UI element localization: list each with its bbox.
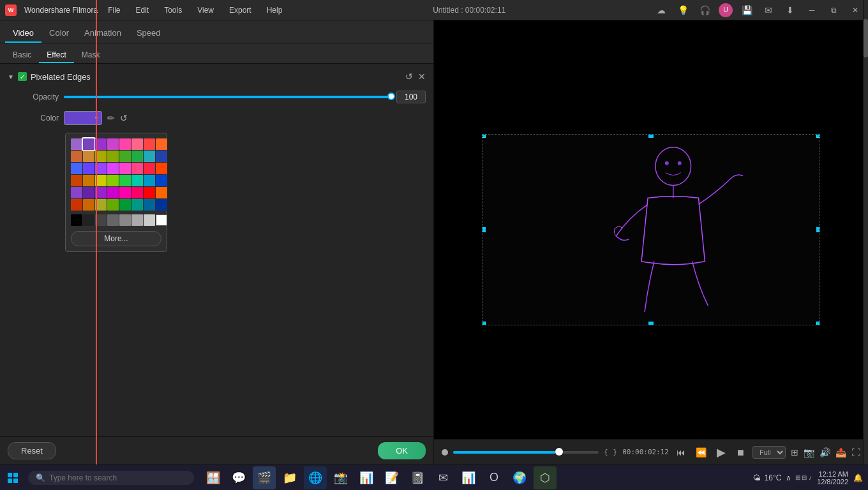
- grayscale-cell[interactable]: [71, 214, 82, 226]
- effect-reset-button[interactable]: ↺: [405, 71, 413, 82]
- handle-bl[interactable]: [482, 322, 486, 325]
- palette-cell[interactable]: [107, 151, 119, 162]
- effect-close-button[interactable]: ✕: [418, 71, 426, 82]
- palette-cell[interactable]: [83, 151, 94, 162]
- palette-cell[interactable]: [156, 138, 167, 150]
- taskbar-icon-excel[interactable]: 📊: [355, 466, 378, 489]
- effect-enabled-checkbox[interactable]: ✓: [18, 72, 27, 81]
- palette-cell[interactable]: [144, 163, 155, 174]
- handle-tl[interactable]: [482, 134, 486, 138]
- avatar-icon[interactable]: U: [719, 3, 733, 17]
- subtab-basic[interactable]: Basic: [5, 48, 39, 63]
- quality-select[interactable]: Full 1/2 1/4: [752, 446, 786, 459]
- handle-mr[interactable]: [816, 227, 820, 232]
- preview-timeline-thumb[interactable]: [442, 449, 448, 456]
- skip-back-button[interactable]: ⏮: [674, 446, 688, 459]
- palette-cell[interactable]: [144, 199, 155, 211]
- close-button[interactable]: ✕: [848, 3, 863, 18]
- step-back-button[interactable]: ⏪: [693, 446, 709, 459]
- bracket-in[interactable]: {: [604, 448, 608, 456]
- palette-cell-selected[interactable]: [83, 138, 94, 150]
- taskbar-icon-explorer[interactable]: 📁: [278, 466, 301, 489]
- handle-tm[interactable]: [648, 134, 654, 138]
- restore-button[interactable]: ⧉: [826, 3, 841, 18]
- palette-cell[interactable]: [107, 138, 119, 150]
- palette-cell[interactable]: [131, 163, 143, 174]
- tab-color[interactable]: Color: [41, 24, 77, 43]
- palette-cell[interactable]: [119, 175, 131, 186]
- tab-video[interactable]: Video: [5, 24, 41, 43]
- stop-button[interactable]: ⏹: [733, 446, 747, 459]
- palette-cell[interactable]: [107, 199, 119, 211]
- grayscale-cell[interactable]: [144, 214, 155, 226]
- grayscale-cell[interactable]: [119, 214, 131, 226]
- subtab-effect[interactable]: Effect: [39, 48, 73, 63]
- tab-animation[interactable]: Animation: [77, 24, 129, 43]
- start-button[interactable]: [0, 465, 26, 491]
- menu-tools[interactable]: Tools: [161, 4, 184, 16]
- palette-cell[interactable]: [71, 138, 82, 150]
- audio-button[interactable]: 🔊: [819, 447, 830, 457]
- cloud-icon[interactable]: ☁: [654, 3, 669, 18]
- taskbar-icon-word[interactable]: 📝: [380, 466, 403, 489]
- reset-color-button[interactable]: ↺: [120, 113, 128, 123]
- menu-edit[interactable]: Edit: [133, 4, 152, 16]
- notification-button[interactable]: 🔔: [853, 473, 863, 482]
- palette-cell[interactable]: [83, 163, 94, 174]
- palette-cell[interactable]: [71, 151, 82, 162]
- grayscale-cell[interactable]: [107, 214, 119, 226]
- handle-ml[interactable]: [482, 227, 486, 232]
- handle-br[interactable]: [816, 322, 820, 325]
- palette-cell[interactable]: [131, 187, 143, 198]
- bracket-out[interactable]: }: [613, 448, 618, 456]
- menu-help[interactable]: Help: [264, 4, 285, 16]
- palette-cell[interactable]: [156, 187, 167, 198]
- lightbulb-icon[interactable]: 💡: [675, 3, 691, 18]
- menu-view[interactable]: View: [195, 4, 216, 16]
- collapse-arrow-icon[interactable]: ▼: [8, 73, 14, 80]
- palette-cell[interactable]: [119, 163, 131, 174]
- headphone-icon[interactable]: 🎧: [697, 3, 712, 18]
- palette-cell[interactable]: [131, 151, 143, 162]
- palette-cell[interactable]: [156, 163, 167, 174]
- email-icon[interactable]: ✉: [761, 3, 776, 18]
- palette-cell[interactable]: [83, 175, 94, 186]
- palette-cell[interactable]: [107, 175, 119, 186]
- taskbar-icon-chat[interactable]: 💬: [227, 466, 250, 489]
- palette-cell[interactable]: [144, 151, 155, 162]
- handle-bm[interactable]: [648, 322, 654, 325]
- opacity-slider[interactable]: [64, 96, 391, 98]
- ok-button[interactable]: OK: [378, 442, 426, 459]
- palette-cell[interactable]: [107, 163, 119, 174]
- taskbar-icon-edge[interactable]: 🌐: [304, 466, 327, 489]
- render-button[interactable]: 📤: [835, 447, 846, 457]
- handle-tr[interactable]: [816, 134, 820, 138]
- palette-cell[interactable]: [131, 175, 143, 186]
- taskbar-icon-widgets[interactable]: 🪟: [202, 466, 225, 489]
- palette-cell[interactable]: [71, 175, 82, 186]
- menu-file[interactable]: File: [105, 4, 123, 16]
- palette-cell[interactable]: [107, 187, 119, 198]
- download-icon[interactable]: ⬇: [782, 3, 798, 18]
- palette-cell[interactable]: [71, 163, 82, 174]
- grayscale-cell[interactable]: [131, 214, 143, 226]
- palette-cell[interactable]: [119, 138, 131, 150]
- taskbar-icon-powerpoint[interactable]: 📊: [457, 466, 480, 489]
- palette-cell[interactable]: [83, 199, 94, 211]
- palette-cell[interactable]: [144, 187, 155, 198]
- taskbar-icon-filmora[interactable]: 🎬: [253, 466, 276, 489]
- palette-cell[interactable]: [144, 175, 155, 186]
- preview-seekbar[interactable]: [453, 451, 599, 454]
- grayscale-cell[interactable]: [83, 214, 94, 226]
- tab-speed[interactable]: Speed: [129, 24, 168, 43]
- add-to-timeline-button[interactable]: ⊞: [791, 447, 798, 457]
- menu-export[interactable]: Export: [227, 4, 254, 16]
- palette-cell[interactable]: [156, 151, 167, 162]
- taskbar-icon-instagram[interactable]: 📸: [329, 466, 352, 489]
- search-bar[interactable]: 🔍: [28, 471, 194, 485]
- taskbar-icon-mail[interactable]: ✉: [431, 466, 454, 489]
- minimize-button[interactable]: ─: [804, 3, 819, 18]
- play-button[interactable]: ▶: [714, 444, 728, 461]
- save-icon[interactable]: 💾: [739, 3, 754, 18]
- timeline-scrollbar[interactable]: [863, 0, 868, 490]
